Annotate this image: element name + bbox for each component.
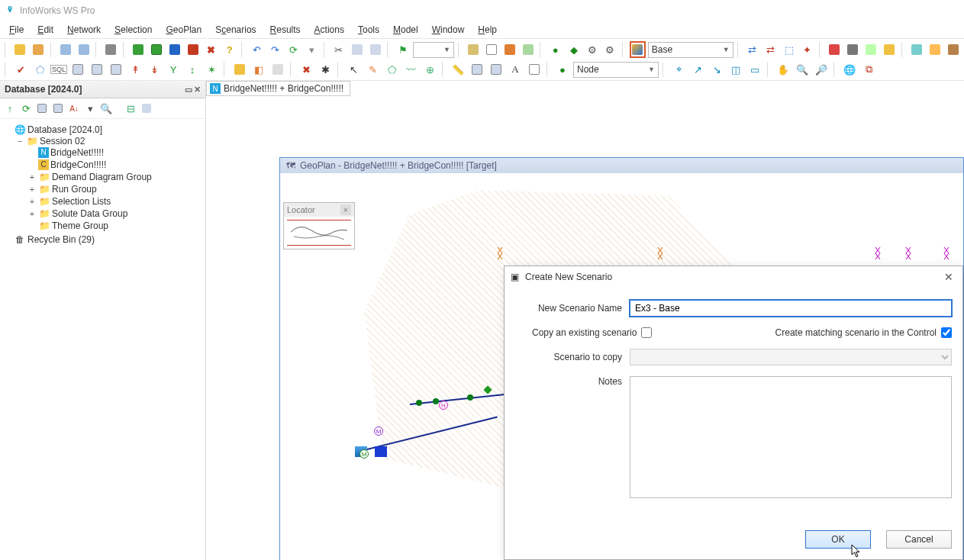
db-tool-grid[interactable]	[35, 101, 49, 115]
tool-a2[interactable]: ⇄	[762, 41, 779, 58]
tool-redo[interactable]: ↷	[267, 41, 283, 58]
tool-grid3[interactable]	[502, 41, 518, 58]
menu-network[interactable]: Network	[61, 23, 107, 37]
tool-table2[interactable]	[89, 61, 105, 78]
tool-grid[interactable]	[469, 61, 485, 78]
tool-a1[interactable]: ⇄	[745, 41, 761, 58]
tool-flag[interactable]: ⚑	[395, 41, 411, 58]
menu-scenarios[interactable]: Scenarios	[209, 23, 262, 37]
tool-print[interactable]	[103, 41, 119, 58]
tool-grid1[interactable]	[466, 41, 482, 58]
tool-clear1[interactable]	[231, 61, 248, 78]
tool-trace1[interactable]: ↟	[127, 61, 143, 78]
dialog-titlebar[interactable]: ▣ Create New Scenario ✕	[505, 266, 962, 288]
tool-reject[interactable]: ✖	[203, 41, 219, 58]
tool-paste[interactable]	[76, 41, 92, 58]
tool-poly[interactable]: ⬠	[31, 61, 48, 78]
database-tree[interactable]: − 🌐 Database [2024.0] − 📁 Session 02	[0, 119, 205, 560]
tool-trace2[interactable]: ↡	[146, 61, 163, 78]
tool-sel1[interactable]: ↗	[689, 61, 706, 78]
scenario-dropdown[interactable]: Base▼	[648, 42, 733, 58]
ok-button[interactable]: OK	[805, 530, 871, 549]
tool-open[interactable]	[31, 41, 47, 58]
tool-trace3[interactable]: Y	[165, 61, 182, 78]
geoplan-titlebar[interactable]: 🗺 GeoPlan - BridgeNet!!!!! + BridgeCon!!…	[280, 158, 963, 173]
tool-refresh[interactable]: ⟳	[285, 41, 301, 58]
tool-table3[interactable]	[108, 61, 124, 78]
tool-c3[interactable]	[945, 41, 961, 58]
menu-window[interactable]: Window	[426, 23, 471, 37]
tool-clear3[interactable]	[269, 61, 286, 78]
db-tool-refresh[interactable]: ⟳	[19, 101, 33, 115]
tool-c1[interactable]	[908, 41, 924, 58]
tree-item-theme[interactable]: +📁Theme Group	[27, 220, 204, 231]
tool-grid2[interactable]	[484, 41, 500, 58]
tool-gear1[interactable]: ⚙	[584, 41, 600, 58]
tool-layers[interactable]: ⧉	[860, 61, 877, 78]
locator-thumbnail[interactable]	[284, 217, 354, 249]
db-tool-tree[interactable]: ⊟	[124, 101, 137, 115]
tool-sel4[interactable]: ▭	[746, 61, 763, 78]
db-tool-filter[interactable]: ▾	[83, 101, 97, 115]
tool-node-add[interactable]: ●	[554, 61, 571, 78]
document-tab[interactable]: N BridgeNet!!!!! + BridgeCon!!!!!	[206, 81, 350, 96]
tool-dropdown-blank[interactable]: ▼	[413, 42, 454, 58]
tool-trace4[interactable]: ↕	[184, 61, 201, 78]
db-tool-list[interactable]	[51, 101, 65, 115]
notes-textarea[interactable]	[630, 376, 952, 498]
tool-label[interactable]	[526, 61, 543, 78]
close-icon[interactable]: ✕	[941, 271, 956, 283]
tool-revert[interactable]	[149, 41, 165, 58]
menu-edit[interactable]: Edit	[31, 23, 60, 37]
tree-item-demand[interactable]: +📁Demand Diagram Group	[27, 172, 204, 182]
tool-commit[interactable]	[131, 41, 147, 58]
menu-tools[interactable]: Tools	[352, 23, 385, 37]
locator-title[interactable]: Locator ×	[284, 203, 354, 217]
tool-grid4[interactable]	[521, 41, 537, 58]
tool-b1[interactable]	[827, 41, 843, 58]
tool-sel2[interactable]: ↘	[708, 61, 725, 78]
tool-ruler[interactable]: 📏	[450, 61, 466, 78]
db-tool-up[interactable]: ↑	[3, 101, 17, 115]
tree-item-selection[interactable]: +📁Selection Lists	[27, 196, 204, 207]
copy-existing-checkbox[interactable]: Copy an existing scenario	[532, 327, 652, 338]
cancel-button[interactable]: Cancel	[886, 530, 952, 549]
tool-del[interactable]: ✖	[298, 61, 314, 78]
tool-b4[interactable]	[882, 41, 898, 58]
tool-cross[interactable]: ⊕	[421, 61, 438, 78]
panel-close-icon[interactable]: ✕	[194, 85, 201, 95]
tool-clear2[interactable]: ◧	[250, 61, 267, 78]
tool-pan[interactable]: ✋	[775, 61, 792, 78]
tool-poly2[interactable]: ⬠	[383, 61, 400, 78]
db-tool-find[interactable]: 🔍	[99, 101, 113, 115]
tool-pointer[interactable]: ↖	[345, 61, 362, 78]
close-icon[interactable]: ×	[340, 204, 351, 215]
tool-node2[interactable]: ◆	[566, 41, 582, 58]
tool-import[interactable]	[185, 41, 202, 58]
tree-recycle[interactable]: + 🗑 Recycle Bin (29)	[3, 234, 204, 245]
tool-lasso[interactable]: 〰	[402, 61, 419, 78]
tool-a4[interactable]: ✦	[799, 41, 815, 58]
create-matching-checkbox[interactable]: Create matching scenario in the Control	[775, 327, 952, 338]
tree-item-solute[interactable]: +📁Solute Data Group	[27, 208, 204, 219]
tool-bug[interactable]: ✱	[317, 61, 334, 78]
locator-panel[interactable]: Locator ×	[283, 202, 355, 249]
tool-history[interactable]: ▾	[304, 41, 320, 58]
tool-table1[interactable]	[69, 61, 86, 78]
tree-session[interactable]: − 📁 Session 02	[15, 136, 204, 146]
tool-copy2[interactable]	[349, 41, 365, 58]
tool-export[interactable]	[167, 41, 183, 58]
tool-validate[interactable]: ✔	[12, 61, 29, 78]
menu-geoplan[interactable]: GeoPlan	[160, 23, 208, 37]
tool-gear2[interactable]: ⚙	[602, 41, 618, 58]
menu-model[interactable]: Model	[387, 23, 424, 37]
tree-item-run[interactable]: +📁Run Group	[27, 184, 204, 195]
tool-sql[interactable]: SQL	[50, 61, 67, 78]
object-type-dropdown[interactable]: Node▼	[573, 62, 659, 78]
tool-text[interactable]: A	[507, 61, 524, 78]
tool-help[interactable]: ?	[221, 41, 237, 58]
tool-c2[interactable]	[927, 41, 943, 58]
tool-copy[interactable]	[57, 41, 73, 58]
db-tool-flat[interactable]	[140, 101, 153, 115]
menu-file[interactable]: File	[3, 23, 30, 37]
